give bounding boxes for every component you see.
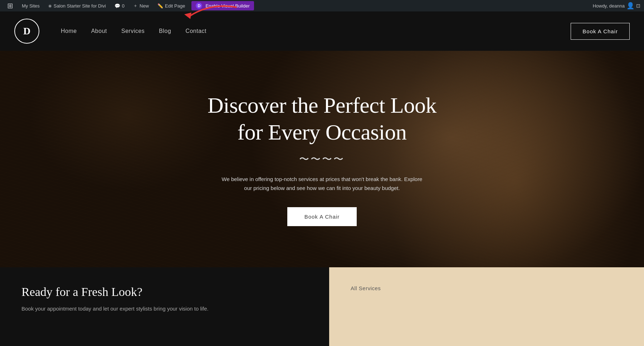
- screen-options-icon: ⊡: [636, 3, 640, 9]
- site-navigation: D Home About Services Blog Contact Book …: [0, 11, 644, 51]
- divi-logo: D: [196, 3, 202, 9]
- plus-icon: ＋: [133, 3, 138, 9]
- bottom-right-panel: All Services: [329, 267, 644, 346]
- hero-section: Discover the Perfect Look for Every Occa…: [0, 51, 644, 267]
- my-sites-item[interactable]: My Sites: [18, 0, 43, 11]
- site-icon: ◉: [48, 4, 52, 8]
- enable-visual-builder-label: Enable Visual Builder: [205, 3, 249, 9]
- nav-links: Home About Services Blog Contact: [61, 28, 571, 34]
- nav-link-contact[interactable]: Contact: [185, 28, 206, 34]
- comments-count: 0: [122, 3, 125, 9]
- comment-icon: 💬: [114, 3, 120, 9]
- user-avatar-icon: 👤: [626, 2, 634, 10]
- hero-book-chair-button[interactable]: Book A Chair: [287, 207, 357, 226]
- new-label: New: [140, 3, 149, 9]
- site-name-item[interactable]: ◉ Salon Starter Site for Divi: [45, 0, 109, 11]
- logo-letter: D: [23, 25, 30, 37]
- nav-link-home[interactable]: Home: [61, 28, 77, 34]
- new-item[interactable]: ＋ New: [130, 0, 152, 11]
- wp-icon: ⊞: [7, 1, 13, 10]
- hero-divider: 〜〜〜〜: [193, 152, 451, 166]
- bottom-section: Ready for a Fresh Look? Book your appoin…: [0, 267, 644, 346]
- hero-book-chair-label: Book A Chair: [304, 214, 340, 220]
- site-name-label: Salon Starter Site for Divi: [54, 3, 106, 9]
- nav-link-about[interactable]: About: [91, 28, 107, 34]
- nav-book-chair-label: Book A Chair: [582, 28, 618, 34]
- nav-link-services[interactable]: Services: [121, 28, 145, 34]
- hero-subtitle: We believe in offering top-notch service…: [193, 175, 451, 193]
- enable-visual-builder-item[interactable]: D Enable Visual Builder: [191, 1, 254, 10]
- admin-bar: ⊞ My Sites ◉ Salon Starter Site for Divi…: [0, 0, 644, 11]
- bottom-left-panel: Ready for a Fresh Look? Book your appoin…: [0, 267, 329, 346]
- hero-content: Discover the Perfect Look for Every Occa…: [179, 92, 465, 226]
- all-services-label: All Services: [351, 285, 381, 291]
- site-logo[interactable]: D: [14, 19, 39, 44]
- edit-page-label: Edit Page: [165, 3, 185, 9]
- admin-bar-left: ⊞ My Sites ◉ Salon Starter Site for Divi…: [4, 0, 593, 11]
- all-services-button[interactable]: All Services: [351, 285, 381, 291]
- wp-logo-item[interactable]: ⊞: [4, 0, 17, 11]
- bottom-subtext: Book your appointment today and let our …: [21, 304, 308, 313]
- nav-link-blog[interactable]: Blog: [159, 28, 171, 34]
- nav-book-chair-button[interactable]: Book A Chair: [571, 23, 630, 40]
- admin-bar-right: Howdy, deanna 👤 ⊡: [593, 2, 640, 10]
- hero-title: Discover the Perfect Look for Every Occa…: [193, 92, 451, 145]
- bottom-heading: Ready for a Fresh Look?: [21, 285, 308, 299]
- my-sites-label: My Sites: [22, 3, 40, 9]
- edit-icon: ✏️: [157, 3, 163, 9]
- edit-page-item[interactable]: ✏️ Edit Page: [154, 0, 189, 11]
- howdy-text: Howdy, deanna: [593, 3, 625, 9]
- comments-item[interactable]: 💬 0: [111, 0, 128, 11]
